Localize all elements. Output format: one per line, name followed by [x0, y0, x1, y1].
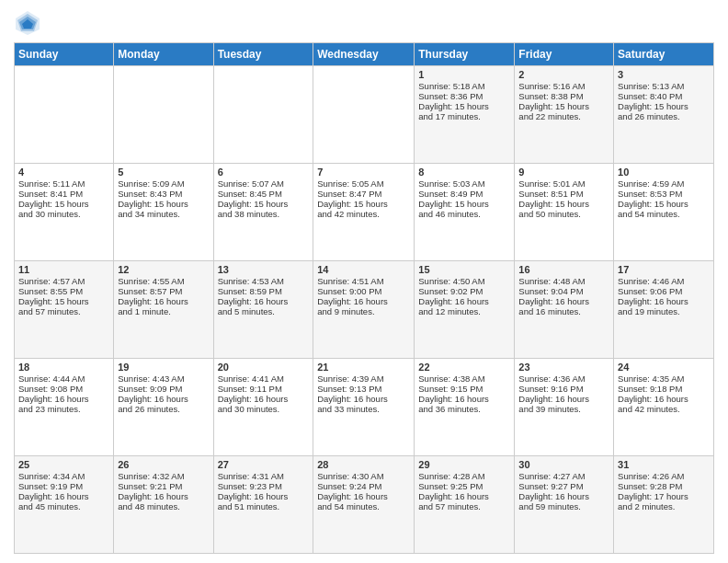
day-number: 24: [618, 362, 710, 373]
day-info-line: Sunrise: 4:57 AM: [18, 276, 109, 286]
calendar-cell: 29Sunrise: 4:28 AMSunset: 9:25 PMDayligh…: [415, 456, 515, 554]
day-number: 2: [518, 69, 609, 80]
day-info-line: and 39 minutes.: [518, 404, 609, 414]
day-header-monday: Monday: [114, 43, 213, 66]
day-info-line: and 57 minutes.: [418, 501, 510, 511]
day-info-line: and 9 minutes.: [317, 306, 410, 316]
day-number: 16: [518, 264, 609, 275]
day-number: 19: [118, 362, 209, 373]
day-info-line: Daylight: 16 hours: [118, 394, 209, 404]
day-number: 21: [317, 362, 410, 373]
day-number: 31: [618, 459, 710, 470]
day-number: 17: [618, 264, 710, 275]
day-info-line: Daylight: 15 hours: [618, 101, 710, 111]
day-info-line: Sunrise: 5:07 AM: [218, 178, 310, 189]
day-number: 10: [618, 167, 710, 178]
calendar-cell: 2Sunrise: 5:16 AMSunset: 8:38 PMDaylight…: [515, 66, 614, 164]
day-info-line: Sunset: 8:59 PM: [218, 286, 310, 296]
day-info-line: Sunrise: 4:48 AM: [518, 276, 609, 286]
day-info-line: Daylight: 17 hours: [618, 491, 710, 501]
day-info-line: Daylight: 15 hours: [18, 199, 109, 209]
calendar-cell: 18Sunrise: 4:44 AMSunset: 9:08 PMDayligh…: [15, 359, 114, 456]
day-number: 20: [218, 362, 310, 373]
day-info-line: Sunset: 9:02 PM: [418, 286, 510, 296]
day-info-line: Sunset: 9:23 PM: [218, 481, 310, 491]
day-info-line: Sunrise: 5:18 AM: [418, 81, 510, 91]
day-info-line: Daylight: 16 hours: [218, 296, 310, 306]
day-info-line: and 36 minutes.: [418, 404, 510, 414]
day-info-line: Sunrise: 4:39 AM: [317, 373, 410, 384]
day-info-line: and 42 minutes.: [618, 404, 710, 414]
day-number: 11: [18, 264, 109, 275]
day-info-line: Sunset: 9:11 PM: [218, 384, 310, 394]
calendar-cell: [15, 66, 114, 164]
day-info-line: and 42 minutes.: [317, 209, 410, 219]
day-info-line: Daylight: 16 hours: [317, 394, 410, 404]
day-number: 7: [317, 167, 410, 178]
day-info-line: Daylight: 16 hours: [618, 296, 710, 306]
calendar-cell: 27Sunrise: 4:31 AMSunset: 9:23 PMDayligh…: [213, 456, 313, 554]
day-header-thursday: Thursday: [415, 43, 515, 66]
day-info-line: Sunset: 9:27 PM: [518, 481, 609, 491]
calendar-week-row: 25Sunrise: 4:34 AMSunset: 9:19 PMDayligh…: [15, 456, 714, 554]
calendar-cell: 13Sunrise: 4:53 AMSunset: 8:59 PMDayligh…: [213, 261, 313, 359]
page: SundayMondayTuesdayWednesdayThursdayFrid…: [0, 0, 728, 563]
day-info-line: and 2 minutes.: [618, 501, 710, 511]
day-info-line: and 48 minutes.: [118, 501, 209, 511]
day-info-line: and 33 minutes.: [317, 404, 410, 414]
day-header-sunday: Sunday: [15, 43, 114, 66]
day-number: 5: [118, 167, 209, 178]
day-info-line: Sunset: 9:16 PM: [518, 384, 609, 394]
day-info-line: Sunrise: 4:53 AM: [218, 276, 310, 286]
day-info-line: Sunrise: 4:41 AM: [218, 373, 310, 384]
day-info-line: Sunset: 9:25 PM: [418, 481, 510, 491]
day-info-line: Sunrise: 4:55 AM: [118, 276, 209, 286]
day-number: 18: [18, 362, 109, 373]
calendar-cell: 19Sunrise: 4:43 AMSunset: 9:09 PMDayligh…: [114, 359, 213, 456]
day-info-line: Sunset: 9:00 PM: [317, 286, 410, 296]
day-info-line: and 59 minutes.: [518, 501, 609, 511]
day-info-line: Sunrise: 4:27 AM: [518, 471, 609, 481]
calendar-cell: 6Sunrise: 5:07 AMSunset: 8:45 PMDaylight…: [213, 164, 313, 261]
day-info-line: Sunset: 8:57 PM: [118, 286, 209, 296]
day-info-line: and 26 minutes.: [118, 404, 209, 414]
calendar-cell: [114, 66, 213, 164]
day-info-line: Sunset: 8:45 PM: [218, 189, 310, 199]
day-info-line: Sunrise: 4:30 AM: [317, 471, 410, 481]
calendar-week-row: 11Sunrise: 4:57 AMSunset: 8:55 PMDayligh…: [15, 261, 714, 359]
day-info-line: Daylight: 16 hours: [518, 491, 609, 501]
day-info-line: Daylight: 15 hours: [518, 199, 609, 209]
day-info-line: Sunrise: 5:16 AM: [518, 81, 609, 91]
day-info-line: Daylight: 16 hours: [618, 394, 710, 404]
day-info-line: Daylight: 15 hours: [418, 199, 510, 209]
calendar-cell: 7Sunrise: 5:05 AMSunset: 8:47 PMDaylight…: [313, 164, 415, 261]
day-info-line: Sunset: 8:55 PM: [18, 286, 109, 296]
day-info-line: Sunset: 9:13 PM: [317, 384, 410, 394]
day-info-line: Sunset: 8:38 PM: [518, 91, 609, 101]
day-number: 27: [218, 459, 310, 470]
day-info-line: Sunset: 9:09 PM: [118, 384, 209, 394]
day-info-line: Sunrise: 4:28 AM: [418, 471, 510, 481]
day-number: 22: [418, 362, 510, 373]
day-info-line: and 45 minutes.: [18, 501, 109, 511]
day-info-line: Sunset: 8:53 PM: [618, 189, 710, 199]
day-info-line: Sunset: 9:19 PM: [18, 481, 109, 491]
day-info-line: Sunrise: 5:11 AM: [18, 178, 109, 189]
day-info-line: Sunrise: 4:35 AM: [618, 373, 710, 384]
day-info-line: and 22 minutes.: [518, 111, 609, 121]
day-number: 8: [418, 167, 510, 178]
calendar-table: SundayMondayTuesdayWednesdayThursdayFrid…: [14, 42, 714, 554]
calendar-cell: 28Sunrise: 4:30 AMSunset: 9:24 PMDayligh…: [313, 456, 415, 554]
day-header-tuesday: Tuesday: [213, 43, 313, 66]
day-info-line: Daylight: 16 hours: [18, 491, 109, 501]
day-number: 3: [618, 69, 710, 80]
calendar-cell: 23Sunrise: 4:36 AMSunset: 9:16 PMDayligh…: [515, 359, 614, 456]
day-info-line: and 51 minutes.: [218, 501, 310, 511]
day-info-line: Sunrise: 4:31 AM: [218, 471, 310, 481]
day-number: 14: [317, 264, 410, 275]
day-number: 15: [418, 264, 510, 275]
day-info-line: Daylight: 16 hours: [218, 491, 310, 501]
day-info-line: Sunrise: 5:09 AM: [118, 178, 209, 189]
day-info-line: Daylight: 15 hours: [18, 296, 109, 306]
day-info-line: Sunset: 9:18 PM: [618, 384, 710, 394]
